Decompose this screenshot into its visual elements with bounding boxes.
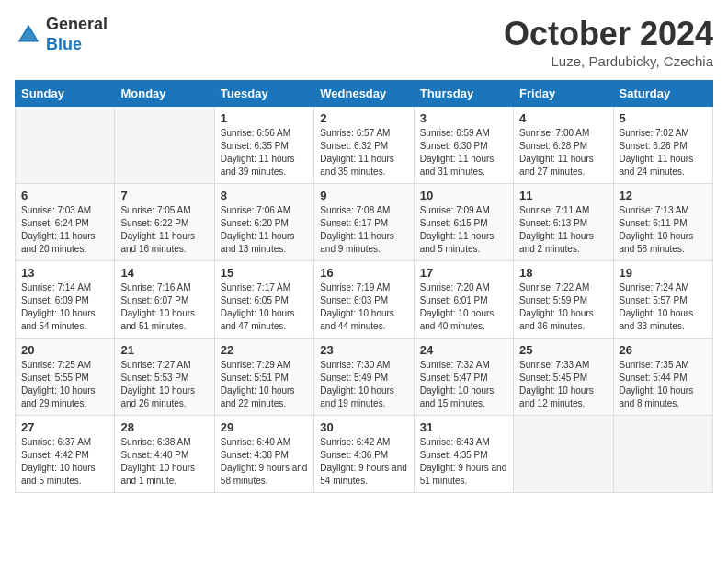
day-info: Sunrise: 7:05 AM Sunset: 6:22 PM Dayligh… [120,204,208,256]
calendar-cell: 21Sunrise: 7:27 AM Sunset: 5:53 PM Dayli… [115,339,214,416]
logo: General Blue [15,15,108,54]
calendar-cell: 7Sunrise: 7:05 AM Sunset: 6:22 PM Daylig… [115,184,214,261]
day-info: Sunrise: 7:09 AM Sunset: 6:15 PM Dayligh… [420,204,507,256]
day-number: 18 [519,266,607,280]
calendar-cell: 20Sunrise: 7:25 AM Sunset: 5:55 PM Dayli… [16,339,115,416]
page-header: General Blue October 2024 Luze, Pardubic… [15,15,713,69]
day-info: Sunrise: 7:25 AM Sunset: 5:55 PM Dayligh… [21,359,108,410]
calendar-week-5: 27Sunrise: 6:37 AM Sunset: 4:42 PM Dayli… [16,416,713,493]
day-info: Sunrise: 7:33 AM Sunset: 5:45 PM Dayligh… [519,359,607,410]
header-monday: Monday [115,81,214,107]
calendar-week-2: 6Sunrise: 7:03 AM Sunset: 6:24 PM Daylig… [16,184,713,261]
header-tuesday: Tuesday [214,81,313,107]
calendar-cell: 13Sunrise: 7:14 AM Sunset: 6:09 PM Dayli… [16,261,115,339]
calendar-cell: 23Sunrise: 7:30 AM Sunset: 5:49 PM Dayli… [314,339,414,416]
calendar-cell: 29Sunrise: 6:40 AM Sunset: 4:38 PM Dayli… [214,416,313,493]
day-number: 16 [320,266,407,280]
calendar-week-4: 20Sunrise: 7:25 AM Sunset: 5:55 PM Dayli… [16,339,713,416]
day-info: Sunrise: 7:14 AM Sunset: 6:09 PM Dayligh… [21,282,108,333]
day-info: Sunrise: 7:17 AM Sunset: 6:05 PM Dayligh… [221,282,308,333]
day-info: Sunrise: 6:38 AM Sunset: 4:40 PM Dayligh… [120,436,208,488]
calendar-cell: 9Sunrise: 7:08 AM Sunset: 6:17 PM Daylig… [314,184,414,261]
calendar-cell: 15Sunrise: 7:17 AM Sunset: 6:05 PM Dayli… [214,261,313,339]
calendar-header-row: SundayMondayTuesdayWednesdayThursdayFrid… [16,81,713,107]
day-info: Sunrise: 7:13 AM Sunset: 6:11 PM Dayligh… [620,204,707,256]
day-number: 6 [21,189,108,202]
location-subtitle: Luze, Pardubicky, Czechia [504,53,713,69]
calendar-table: SundayMondayTuesdayWednesdayThursdayFrid… [15,80,713,493]
day-info: Sunrise: 7:11 AM Sunset: 6:13 PM Dayligh… [519,204,607,256]
day-number: 31 [420,420,507,434]
day-number: 23 [320,343,407,357]
day-info: Sunrise: 7:24 AM Sunset: 5:57 PM Dayligh… [620,282,707,333]
day-number: 22 [221,343,308,357]
month-title: October 2024 [504,15,713,53]
day-info: Sunrise: 6:43 AM Sunset: 4:35 PM Dayligh… [420,436,507,488]
day-info: Sunrise: 7:00 AM Sunset: 6:28 PM Dayligh… [519,127,607,178]
header-thursday: Thursday [414,81,513,107]
calendar-cell: 14Sunrise: 7:16 AM Sunset: 6:07 PM Dayli… [115,261,214,339]
calendar-cell: 17Sunrise: 7:20 AM Sunset: 6:01 PM Dayli… [414,261,513,339]
day-number: 28 [120,420,208,434]
calendar-cell: 10Sunrise: 7:09 AM Sunset: 6:15 PM Dayli… [414,184,513,261]
header-wednesday: Wednesday [314,81,414,107]
day-number: 26 [620,343,707,357]
day-number: 5 [620,111,707,125]
calendar-cell [16,107,115,184]
day-number: 20 [21,343,108,357]
day-info: Sunrise: 7:19 AM Sunset: 6:03 PM Dayligh… [320,282,407,333]
day-number: 19 [620,266,707,280]
calendar-cell: 18Sunrise: 7:22 AM Sunset: 5:59 PM Dayli… [514,261,613,339]
day-info: Sunrise: 7:02 AM Sunset: 6:26 PM Dayligh… [620,127,707,178]
calendar-cell: 6Sunrise: 7:03 AM Sunset: 6:24 PM Daylig… [16,184,115,261]
day-info: Sunrise: 7:32 AM Sunset: 5:47 PM Dayligh… [420,359,507,410]
calendar-cell: 4Sunrise: 7:00 AM Sunset: 6:28 PM Daylig… [514,107,613,184]
day-info: Sunrise: 7:16 AM Sunset: 6:07 PM Dayligh… [120,282,208,333]
day-number: 1 [221,111,308,125]
day-info: Sunrise: 7:20 AM Sunset: 6:01 PM Dayligh… [420,282,507,333]
day-info: Sunrise: 7:35 AM Sunset: 5:44 PM Dayligh… [620,359,707,410]
calendar-cell: 25Sunrise: 7:33 AM Sunset: 5:45 PM Dayli… [514,339,613,416]
calendar-cell: 1Sunrise: 6:56 AM Sunset: 6:35 PM Daylig… [214,107,313,184]
calendar-cell: 22Sunrise: 7:29 AM Sunset: 5:51 PM Dayli… [214,339,313,416]
calendar-cell: 27Sunrise: 6:37 AM Sunset: 4:42 PM Dayli… [16,416,115,493]
calendar-cell: 28Sunrise: 6:38 AM Sunset: 4:40 PM Dayli… [115,416,214,493]
calendar-cell: 16Sunrise: 7:19 AM Sunset: 6:03 PM Dayli… [314,261,414,339]
calendar-cell: 19Sunrise: 7:24 AM Sunset: 5:57 PM Dayli… [613,261,712,339]
day-info: Sunrise: 7:08 AM Sunset: 6:17 PM Dayligh… [320,204,407,256]
calendar-cell: 12Sunrise: 7:13 AM Sunset: 6:11 PM Dayli… [613,184,712,261]
calendar-cell: 24Sunrise: 7:32 AM Sunset: 5:47 PM Dayli… [414,339,513,416]
calendar-cell: 3Sunrise: 6:59 AM Sunset: 6:30 PM Daylig… [414,107,513,184]
logo-icon [15,21,42,49]
day-info: Sunrise: 7:22 AM Sunset: 5:59 PM Dayligh… [519,282,607,333]
calendar-cell: 30Sunrise: 6:42 AM Sunset: 4:36 PM Dayli… [314,416,414,493]
title-block: October 2024 Luze, Pardubicky, Czechia [504,15,713,69]
day-info: Sunrise: 6:57 AM Sunset: 6:32 PM Dayligh… [320,127,407,178]
logo-text: General Blue [46,15,108,54]
calendar-cell: 2Sunrise: 6:57 AM Sunset: 6:32 PM Daylig… [314,107,414,184]
calendar-cell [613,416,712,493]
calendar-cell [115,107,214,184]
day-number: 10 [420,189,507,202]
day-number: 15 [221,266,308,280]
calendar-cell: 8Sunrise: 7:06 AM Sunset: 6:20 PM Daylig… [214,184,313,261]
day-info: Sunrise: 7:30 AM Sunset: 5:49 PM Dayligh… [320,359,407,410]
day-info: Sunrise: 7:06 AM Sunset: 6:20 PM Dayligh… [221,204,308,256]
calendar-week-1: 1Sunrise: 6:56 AM Sunset: 6:35 PM Daylig… [16,107,713,184]
day-info: Sunrise: 6:37 AM Sunset: 4:42 PM Dayligh… [21,436,108,488]
header-friday: Friday [514,81,613,107]
day-number: 17 [420,266,507,280]
day-number: 8 [221,189,308,202]
day-number: 13 [21,266,108,280]
day-info: Sunrise: 7:27 AM Sunset: 5:53 PM Dayligh… [120,359,208,410]
calendar-cell: 31Sunrise: 6:43 AM Sunset: 4:35 PM Dayli… [414,416,513,493]
calendar-cell: 26Sunrise: 7:35 AM Sunset: 5:44 PM Dayli… [613,339,712,416]
day-number: 4 [519,111,607,125]
day-number: 2 [320,111,407,125]
day-number: 12 [620,189,707,202]
day-number: 3 [420,111,507,125]
day-info: Sunrise: 6:59 AM Sunset: 6:30 PM Dayligh… [420,127,507,178]
day-number: 7 [120,189,208,202]
calendar-cell: 11Sunrise: 7:11 AM Sunset: 6:13 PM Dayli… [514,184,613,261]
day-number: 14 [120,266,208,280]
